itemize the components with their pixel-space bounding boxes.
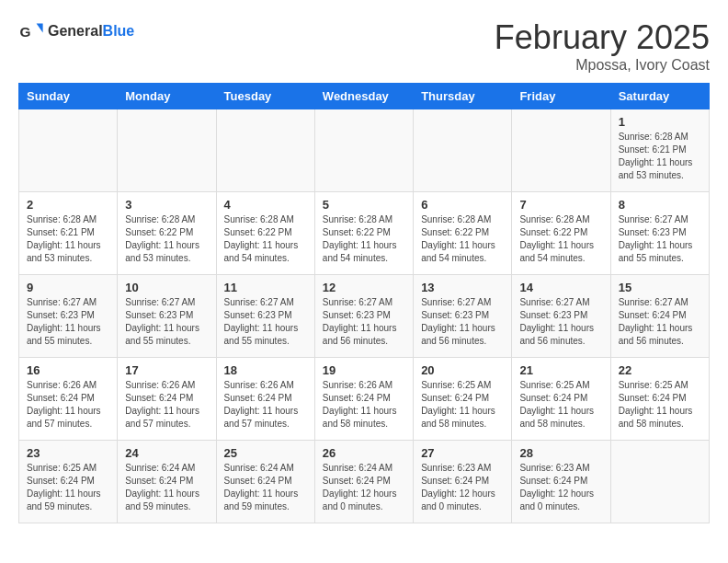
day-number: 21: [519, 363, 602, 377]
day-info: Sunrise: 6:25 AM Sunset: 6:24 PM Dayligh…: [619, 379, 701, 431]
day-info: Sunrise: 6:23 AM Sunset: 6:24 PM Dayligh…: [421, 462, 504, 513]
calendar-cell: 28Sunrise: 6:23 AM Sunset: 6:24 PM Dayli…: [512, 441, 610, 523]
calendar-cell: 14Sunrise: 6:27 AM Sunset: 6:23 PM Dayli…: [512, 275, 610, 358]
calendar-cell: 24Sunrise: 6:24 AM Sunset: 6:24 PM Dayli…: [118, 441, 216, 523]
calendar-table: SundayMondayTuesdayWednesdayThursdayFrid…: [18, 83, 710, 523]
calendar-cell: 2Sunrise: 6:28 AM Sunset: 6:21 PM Daylig…: [19, 192, 118, 275]
day-number: 7: [519, 198, 602, 212]
day-number: 6: [421, 198, 504, 212]
day-number: 1: [619, 115, 701, 129]
day-of-week-monday: Monday: [118, 84, 216, 109]
logo-blue: Blue: [103, 23, 135, 39]
calendar-cell: 10Sunrise: 6:27 AM Sunset: 6:23 PM Dayli…: [118, 275, 216, 358]
day-of-week-friday: Friday: [512, 84, 610, 109]
calendar-cell: 25Sunrise: 6:24 AM Sunset: 6:24 PM Dayli…: [216, 441, 314, 523]
days-of-week-header: SundayMondayTuesdayWednesdayThursdayFrid…: [19, 84, 710, 109]
day-info: Sunrise: 6:28 AM Sunset: 6:22 PM Dayligh…: [125, 213, 208, 265]
day-number: 3: [125, 198, 208, 212]
day-info: Sunrise: 6:24 AM Sunset: 6:24 PM Dayligh…: [125, 462, 208, 513]
day-number: 11: [224, 281, 307, 294]
calendar-cell: 15Sunrise: 6:27 AM Sunset: 6:24 PM Dayli…: [610, 275, 709, 358]
week-row-4: 16Sunrise: 6:26 AM Sunset: 6:24 PM Dayli…: [19, 358, 710, 441]
day-info: Sunrise: 6:26 AM Sunset: 6:24 PM Dayligh…: [224, 379, 307, 431]
calendar-cell: 16Sunrise: 6:26 AM Sunset: 6:24 PM Dayli…: [19, 358, 118, 441]
calendar-cell: [414, 109, 512, 192]
week-row-5: 23Sunrise: 6:25 AM Sunset: 6:24 PM Dayli…: [19, 441, 710, 523]
day-info: Sunrise: 6:26 AM Sunset: 6:24 PM Dayligh…: [125, 379, 208, 431]
day-number: 17: [125, 363, 208, 377]
calendar-body: 1Sunrise: 6:28 AM Sunset: 6:21 PM Daylig…: [19, 109, 710, 523]
day-number: 22: [619, 363, 701, 377]
day-info: Sunrise: 6:27 AM Sunset: 6:24 PM Dayligh…: [619, 296, 701, 348]
day-number: 23: [27, 446, 109, 460]
calendar-cell: 26Sunrise: 6:24 AM Sunset: 6:24 PM Dayli…: [314, 441, 413, 523]
day-number: 4: [224, 198, 307, 212]
day-number: 2: [27, 198, 109, 212]
header: G GeneralBlue February 2025 Mpossa, Ivor…: [18, 18, 710, 74]
logo-general: General: [48, 23, 103, 39]
calendar-cell: 3Sunrise: 6:28 AM Sunset: 6:22 PM Daylig…: [118, 192, 216, 275]
week-row-3: 9Sunrise: 6:27 AM Sunset: 6:23 PM Daylig…: [19, 275, 710, 358]
calendar-cell: 1Sunrise: 6:28 AM Sunset: 6:21 PM Daylig…: [610, 109, 709, 192]
calendar-cell: [19, 109, 118, 192]
day-number: 27: [421, 446, 504, 460]
calendar-cell: 17Sunrise: 6:26 AM Sunset: 6:24 PM Dayli…: [118, 358, 216, 441]
calendar-cell: [512, 109, 610, 192]
calendar-cell: 8Sunrise: 6:27 AM Sunset: 6:23 PM Daylig…: [610, 192, 709, 275]
week-row-2: 2Sunrise: 6:28 AM Sunset: 6:21 PM Daylig…: [19, 192, 710, 275]
day-number: 25: [224, 446, 307, 460]
calendar-cell: 19Sunrise: 6:26 AM Sunset: 6:24 PM Dayli…: [314, 358, 413, 441]
calendar-cell: [216, 109, 314, 192]
day-number: 10: [125, 281, 208, 294]
calendar-cell: 4Sunrise: 6:28 AM Sunset: 6:22 PM Daylig…: [216, 192, 314, 275]
day-number: 12: [323, 281, 405, 294]
day-info: Sunrise: 6:26 AM Sunset: 6:24 PM Dayligh…: [323, 379, 405, 431]
calendar-cell: [610, 441, 709, 523]
calendar-cell: 27Sunrise: 6:23 AM Sunset: 6:24 PM Dayli…: [414, 441, 512, 523]
calendar-cell: 13Sunrise: 6:27 AM Sunset: 6:23 PM Dayli…: [414, 275, 512, 358]
week-row-1: 1Sunrise: 6:28 AM Sunset: 6:21 PM Daylig…: [19, 109, 710, 192]
day-of-week-tuesday: Tuesday: [216, 84, 314, 109]
title-area: February 2025 Mpossa, Ivory Coast: [495, 18, 710, 74]
subtitle: Mpossa, Ivory Coast: [495, 57, 710, 74]
day-info: Sunrise: 6:27 AM Sunset: 6:23 PM Dayligh…: [619, 213, 701, 265]
day-info: Sunrise: 6:27 AM Sunset: 6:23 PM Dayligh…: [224, 296, 307, 348]
calendar-cell: 22Sunrise: 6:25 AM Sunset: 6:24 PM Dayli…: [610, 358, 709, 441]
day-info: Sunrise: 6:28 AM Sunset: 6:22 PM Dayligh…: [323, 213, 405, 265]
calendar-cell: 6Sunrise: 6:28 AM Sunset: 6:22 PM Daylig…: [414, 192, 512, 275]
day-info: Sunrise: 6:25 AM Sunset: 6:24 PM Dayligh…: [27, 462, 109, 513]
day-number: 18: [224, 363, 307, 377]
day-number: 15: [619, 281, 701, 294]
day-info: Sunrise: 6:27 AM Sunset: 6:23 PM Dayligh…: [323, 296, 405, 348]
day-number: 16: [27, 363, 109, 377]
day-number: 26: [323, 446, 405, 460]
day-number: 28: [519, 446, 602, 460]
day-of-week-saturday: Saturday: [610, 84, 709, 109]
day-number: 8: [619, 198, 701, 212]
day-info: Sunrise: 6:28 AM Sunset: 6:21 PM Dayligh…: [27, 213, 109, 265]
calendar-cell: 11Sunrise: 6:27 AM Sunset: 6:23 PM Dayli…: [216, 275, 314, 358]
day-info: Sunrise: 6:27 AM Sunset: 6:23 PM Dayligh…: [27, 296, 109, 348]
day-info: Sunrise: 6:25 AM Sunset: 6:24 PM Dayligh…: [519, 379, 602, 431]
day-of-week-thursday: Thursday: [414, 84, 512, 109]
calendar-cell: 5Sunrise: 6:28 AM Sunset: 6:22 PM Daylig…: [314, 192, 413, 275]
day-info: Sunrise: 6:24 AM Sunset: 6:24 PM Dayligh…: [224, 462, 307, 513]
day-number: 24: [125, 446, 208, 460]
calendar-cell: 23Sunrise: 6:25 AM Sunset: 6:24 PM Dayli…: [19, 441, 118, 523]
logo: G GeneralBlue: [18, 18, 134, 44]
day-of-week-wednesday: Wednesday: [314, 84, 413, 109]
day-number: 14: [519, 281, 602, 294]
calendar-cell: 7Sunrise: 6:28 AM Sunset: 6:22 PM Daylig…: [512, 192, 610, 275]
day-info: Sunrise: 6:25 AM Sunset: 6:24 PM Dayligh…: [421, 379, 504, 431]
day-info: Sunrise: 6:27 AM Sunset: 6:23 PM Dayligh…: [421, 296, 504, 348]
day-number: 9: [27, 281, 109, 294]
day-info: Sunrise: 6:24 AM Sunset: 6:24 PM Dayligh…: [323, 462, 405, 513]
day-info: Sunrise: 6:23 AM Sunset: 6:24 PM Dayligh…: [519, 462, 602, 513]
day-info: Sunrise: 6:28 AM Sunset: 6:21 PM Dayligh…: [619, 131, 701, 182]
day-info: Sunrise: 6:27 AM Sunset: 6:23 PM Dayligh…: [125, 296, 208, 348]
day-number: 20: [421, 363, 504, 377]
calendar-cell: [314, 109, 413, 192]
day-info: Sunrise: 6:27 AM Sunset: 6:23 PM Dayligh…: [519, 296, 602, 348]
calendar-cell: 20Sunrise: 6:25 AM Sunset: 6:24 PM Dayli…: [414, 358, 512, 441]
day-number: 5: [323, 198, 405, 212]
